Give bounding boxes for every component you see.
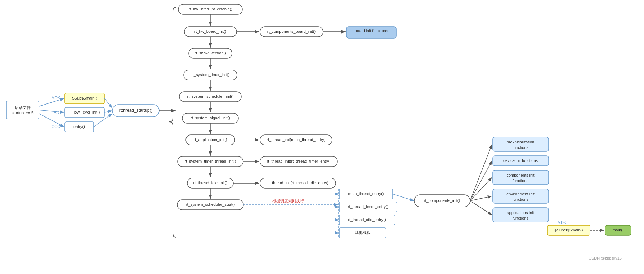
sub-main-label: $Sub$$main() [72,96,97,100]
rt-system-scheduler-start-label: rt_system_scheduler_start() [186,202,235,207]
pre-init-label1: pre-initialization [507,140,534,144]
env-init-label1: environment init [506,192,535,196]
app-init-label2: functions [513,216,529,220]
mdk-label2: MDK [558,220,567,225]
rt-hw-board-init-label: rt_hw_board_init() [194,29,227,34]
flow-diagram: 启动文件 startup_xx.S MDK IAR GCC $Sub$$main… [0,0,644,274]
main-thread-entry-label: main_thread_entry() [348,191,384,196]
scheduling-label: 根据调度规则执行 [272,199,304,203]
rt-thread-init-main-label: rt_thread_init(main_thread_entry) [267,137,325,142]
components-init-label2: functions [513,178,529,183]
rt-show-version-label: rt_show_version() [194,51,226,55]
board-init-functions-label1: board init functions [355,28,388,33]
startup-file-label1: 启动文件 [15,105,31,110]
components-init-label1: components init [506,173,534,177]
rt-thread-timer-entry-label: rt_thread_timer_entry() [348,204,389,209]
rt-system-timer-init-label: rt_system_timer_init() [191,72,229,77]
left-brace [169,7,176,237]
arrow-comp-to-env [470,196,492,201]
low-level-init-label: __low_level_init() [69,110,100,114]
rt-components-init-label: rt_components_init() [424,198,460,203]
rt-thread-init-idle-label: rt_thread_init(rt_thread_idle_entry) [267,181,328,185]
arrow-startup-to-low [39,110,64,112]
env-init-label2: functions [513,197,529,202]
arrow-comp-to-app [470,201,492,215]
gcc-label: GCC [52,124,61,129]
rt-hw-interrupt-disable-label: rt_hw_interrupt_disable() [188,7,232,11]
device-init-label: device init functions [503,158,538,163]
entry-label: entry() [73,124,85,129]
main-func-label: main() [612,228,623,232]
rt-thread-init-timer-label: rt_thread_init(rt_thread_timer_entry) [267,159,331,163]
other-threads-label: 其他线程 [355,230,371,235]
rt-system-timer-thread-init-label: rt_system_timer_thread_init() [184,159,236,163]
arrow-low-to-rt [104,111,112,112]
diagram-container: 启动文件 startup_xx.S MDK IAR GCC $Sub$$main… [0,0,644,274]
rt-system-scheduler-init-label: rt_system_scheduler_init() [187,94,234,98]
startup-file-label2: startup_xx.S [12,111,33,115]
watermark: CSDN @zppsky16 [589,256,622,260]
mdk-label: MDK [52,96,61,100]
rt-thread-idle-entry-label: rt_thread_idle_entry() [348,217,386,222]
startup-file-box [6,101,39,119]
rt-system-signal-init-label: rt_system_signal_init() [191,116,230,120]
arrow-main-to-rt-comp-init [393,194,414,201]
arrow-sub-to-rt [104,98,112,108]
rt-application-init-label: rt_application_init() [194,137,227,142]
rtthread-startup-label: rtthread_startup() [119,108,153,113]
app-init-label1: applications init [507,211,534,215]
rt-components-board-init-label: rt_components_board_init() [267,29,316,34]
super-main-label: $Super$$main() [555,228,583,232]
rt-thread-idle-init-label: rt_thread_idle_init() [193,181,228,185]
pre-init-label2: functions [513,145,529,150]
arrow-comp-to-pre [470,144,492,201]
